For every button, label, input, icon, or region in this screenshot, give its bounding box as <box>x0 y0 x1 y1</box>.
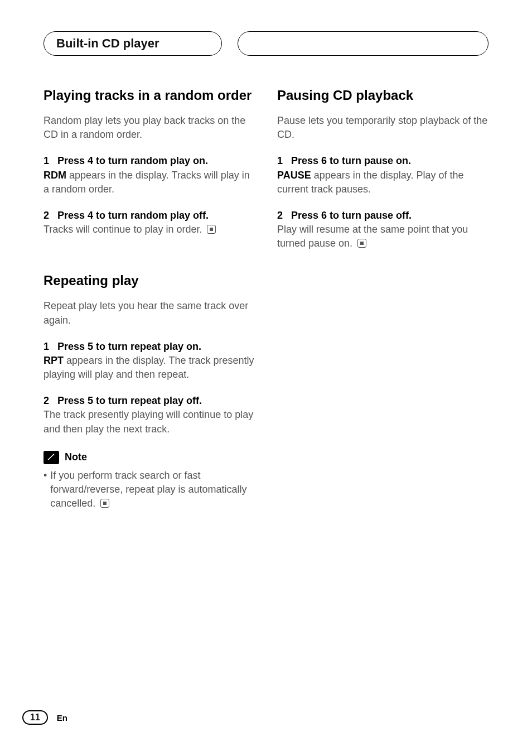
note-header: Note <box>43 451 255 464</box>
step-number: 2 <box>277 210 283 221</box>
pause-step-2: 2 Press 6 to turn pause off. Play will r… <box>277 209 489 251</box>
end-section-icon <box>207 225 216 234</box>
note-label: Note <box>65 451 87 463</box>
tab-main-label: Built-in CD player <box>56 36 159 51</box>
note-item: • If you perform track search or fast fo… <box>43 469 255 511</box>
page: Built-in CD player Playing tracks in a r… <box>0 0 532 756</box>
step-title: Press 5 to turn repeat play off. <box>57 395 202 406</box>
note-icon <box>43 451 59 464</box>
step-desc: RDM appears in the display. Tracks will … <box>43 168 255 196</box>
step-keyword: RDM <box>43 170 66 181</box>
step-desc: PAUSE appears in the display. Play of th… <box>277 168 489 196</box>
tab-empty <box>238 31 489 56</box>
end-section-icon <box>100 499 109 508</box>
step-number: 2 <box>43 395 49 406</box>
section-repeat-lead: Repeat play lets you hear the same track… <box>43 299 255 327</box>
page-footer: 11 En <box>22 710 67 725</box>
step-title: Press 4 to turn random play off. <box>57 210 209 221</box>
bullet-icon: • <box>43 469 47 511</box>
column-right: Pausing CD playback Pause lets you tempo… <box>277 87 489 511</box>
step-desc-text: appears in the display. The track presen… <box>43 355 254 380</box>
step-desc: RPT appears in the display. The track pr… <box>43 354 255 382</box>
step-number: 2 <box>43 210 49 221</box>
note-text: If you perform track search or fast forw… <box>50 470 246 509</box>
step-title: Press 5 to turn repeat play on. <box>57 341 201 352</box>
step-desc: Play will resume at the same point that … <box>277 223 489 251</box>
pause-step-1: 1 Press 6 to turn pause on. PAUSE appear… <box>277 154 489 196</box>
step-keyword: PAUSE <box>277 170 311 181</box>
note-block: Note • If you perform track search or fa… <box>43 451 255 511</box>
step-title: Press 4 to turn random play on. <box>57 155 208 166</box>
header-tabs: Built-in CD player <box>43 31 489 56</box>
step-desc-text: The track presently playing will continu… <box>43 409 253 434</box>
random-step-1: 1 Press 4 to turn random play on. RDM ap… <box>43 154 255 196</box>
section-random-lead: Random play lets you play back tracks on… <box>43 114 255 142</box>
column-left: Playing tracks in a random order Random … <box>43 87 255 511</box>
step-keyword: RPT <box>43 355 64 366</box>
step-number: 1 <box>43 341 49 352</box>
step-desc-text: Tracks will continue to play in order. <box>43 224 202 235</box>
page-language: En <box>57 713 67 723</box>
repeat-step-1: 1 Press 5 to turn repeat play on. RPT ap… <box>43 340 255 382</box>
step-title: Press 6 to turn pause on. <box>291 155 411 166</box>
page-number: 11 <box>22 710 48 725</box>
repeat-step-2: 2 Press 5 to turn repeat play off. The t… <box>43 394 255 436</box>
step-desc: Tracks will continue to play in order. <box>43 223 255 237</box>
content-columns: Playing tracks in a random order Random … <box>43 87 489 511</box>
step-desc: The track presently playing will continu… <box>43 408 255 436</box>
section-repeat-title: Repeating play <box>43 272 255 289</box>
random-step-2: 2 Press 4 to turn random play off. Track… <box>43 209 255 237</box>
note-text-wrap: If you perform track search or fast forw… <box>50 469 255 511</box>
step-number: 1 <box>43 155 49 166</box>
step-desc-text: appears in the display. Tracks will play… <box>43 170 250 195</box>
section-pause-title: Pausing CD playback <box>277 87 489 104</box>
section-random-title: Playing tracks in a random order <box>43 87 255 104</box>
section-pause-lead: Pause lets you temporarily stop playback… <box>277 114 489 142</box>
end-section-icon <box>357 239 366 248</box>
step-title: Press 6 to turn pause off. <box>291 210 412 221</box>
step-desc-text: Play will resume at the same point that … <box>277 224 468 249</box>
step-number: 1 <box>277 155 283 166</box>
tab-main: Built-in CD player <box>43 31 222 56</box>
